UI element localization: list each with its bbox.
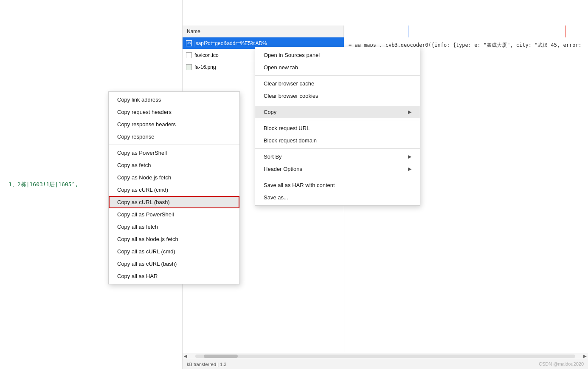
menu-separator-4 xyxy=(255,148,420,149)
png-file-icon xyxy=(186,64,192,70)
menu-copy-all-as-powershell[interactable]: Copy all as PowerShell xyxy=(109,208,239,221)
status-text: kB transferred | 1.3 xyxy=(187,362,226,367)
watermark-text: CSDN xyxy=(539,361,553,366)
left-context-menu: Copy link address Copy request headers C… xyxy=(108,91,240,284)
menu-open-new-tab[interactable]: Open new tab xyxy=(255,61,420,74)
menu-copy-all-as-fetch[interactable]: Copy all as fetch xyxy=(109,221,239,233)
sidebar-code-text: 1、2栋|1603!1层|1605″, xyxy=(8,181,78,188)
menu-header-options[interactable]: Header Options ▶ xyxy=(255,163,420,175)
menu-copy-as-fetch[interactable]: Copy as fetch xyxy=(109,159,239,171)
name-column-header: Name xyxy=(183,26,344,37)
menu-sort-by[interactable]: Sort By ▶ xyxy=(255,150,420,163)
menu-copy-link-address[interactable]: Copy link address xyxy=(109,94,239,106)
menu-clear-cache[interactable]: Clear browser cache xyxy=(255,77,420,90)
js-file-icon: JS xyxy=(186,40,192,46)
menu-copy-as-curl-bash[interactable]: Copy as cURL (bash) xyxy=(109,196,239,208)
scroll-thumb[interactable] xyxy=(204,355,238,358)
menu-copy-all-as-nodejs-fetch[interactable]: Copy all as Node.js fetch xyxy=(109,233,239,245)
file-name-jsapi: jsapi?qt=geo&addr=%E5%AD% xyxy=(194,40,267,46)
scroll-track[interactable] xyxy=(195,355,575,358)
menu-separator-2 xyxy=(255,104,420,104)
menu-separator-3 xyxy=(255,120,420,120)
watermark-username: @maidou2020 xyxy=(553,361,584,366)
right-context-menu: Open in Sources panel Open new tab Clear… xyxy=(255,47,420,206)
menu-block-url[interactable]: Block request URL xyxy=(255,122,420,134)
menu-copy[interactable]: Copy ▶ xyxy=(255,106,420,118)
menu-copy-request-headers[interactable]: Copy request headers xyxy=(109,106,239,118)
menu-copy-all-as-har[interactable]: Copy all as HAR xyxy=(109,270,239,282)
watermark: CSDN @maidou2020 xyxy=(539,361,584,366)
favicon-file-icon xyxy=(186,52,192,58)
menu-save-as[interactable]: Save as... xyxy=(255,191,420,204)
menu-copy-as-curl-cmd[interactable]: Copy as cURL (cmd) xyxy=(109,184,239,196)
scroll-left-arrow[interactable]: ◀ xyxy=(183,353,188,359)
menu-copy-all-as-curl-bash[interactable]: Copy all as cURL (bash) xyxy=(109,258,239,270)
status-bar: kB transferred | 1.3 xyxy=(183,359,588,369)
menu-block-domain[interactable]: Block request domain xyxy=(255,134,420,147)
scroll-right-arrow[interactable]: ▶ xyxy=(582,353,588,359)
left-separator-1 xyxy=(109,145,239,145)
scroll-bar-area[interactable]: ◀ ▶ xyxy=(183,353,588,359)
menu-copy-as-powershell[interactable]: Copy as PowerShell xyxy=(109,147,239,159)
menu-separator-5 xyxy=(255,177,420,177)
sort-by-arrow: ▶ xyxy=(408,154,411,159)
file-name-favicon: favicon.ico xyxy=(194,52,219,58)
menu-copy-response-headers[interactable]: Copy response headers xyxy=(109,118,239,131)
menu-copy-all-as-curl-cmd[interactable]: Copy all as cURL (cmd) xyxy=(109,245,239,258)
header-options-arrow: ▶ xyxy=(408,166,411,172)
menu-separator-1 xyxy=(255,75,420,76)
menu-open-sources[interactable]: Open in Sources panel xyxy=(255,49,420,61)
menu-clear-cookies[interactable]: Clear browser cookies xyxy=(255,90,420,102)
menu-copy-as-nodejs-fetch[interactable]: Copy as Node.js fetch xyxy=(109,171,239,184)
copy-submenu-arrow: ▶ xyxy=(408,109,411,115)
menu-copy-response[interactable]: Copy response xyxy=(109,131,239,143)
menu-save-har[interactable]: Save all as HAR with content xyxy=(255,179,420,191)
file-name-png: fa-16.png xyxy=(194,64,216,70)
